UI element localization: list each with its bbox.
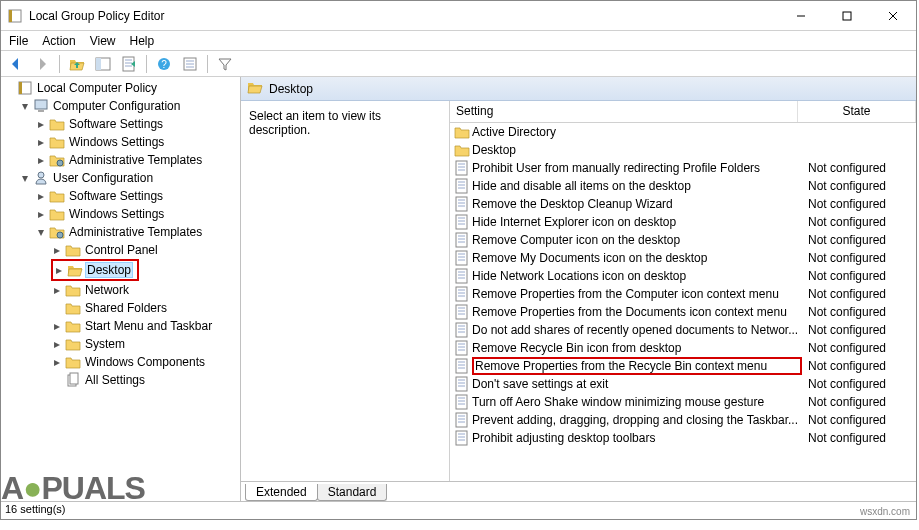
list-row[interactable]: Prevent adding, dragging, dropping and c… [450,411,916,429]
setting-state: Not configured [802,233,916,247]
tree-label: System [83,337,127,351]
tree-start-menu[interactable]: ▸Start Menu and Taskbar [51,317,240,335]
menu-file[interactable]: File [9,34,28,48]
toolbar: ? [1,51,916,77]
setting-state: Not configured [802,251,916,265]
tree-uc-windows[interactable]: ▸Windows Settings [35,205,240,223]
tree-shared-folders[interactable]: Shared Folders [51,299,240,317]
back-button[interactable] [5,54,27,74]
expand-icon[interactable]: ▸ [51,283,63,297]
column-setting[interactable]: Setting [450,101,798,122]
tree-pane[interactable]: Local Computer Policy ▾ Computer Configu… [1,77,241,501]
list-row[interactable]: Prohibit adjusting desktop toolbarsNot c… [450,429,916,447]
maximize-button[interactable] [824,1,870,31]
list-row[interactable]: Hide and disable all items on the deskto… [450,177,916,195]
expand-icon[interactable]: ▸ [51,319,63,333]
expand-icon[interactable]: ▸ [35,135,47,149]
folder-icon [65,354,81,370]
list-row[interactable]: Remove Properties from the Recycle Bin c… [450,357,916,375]
expand-icon[interactable]: ▸ [53,263,65,277]
tree-label: Windows Settings [67,135,166,149]
up-folder-button[interactable] [66,54,88,74]
folder-icon [49,188,65,204]
list-row[interactable]: Turn off Aero Shake window minimizing mo… [450,393,916,411]
properties-button[interactable] [179,54,201,74]
tree-network[interactable]: ▸Network [51,281,240,299]
toolbar-separator [59,55,60,73]
list-row[interactable]: Remove Properties from the Documents ico… [450,303,916,321]
expand-icon[interactable]: ▸ [51,243,63,257]
user-icon [33,170,49,186]
tab-extended[interactable]: Extended [245,484,318,501]
list-row[interactable]: Remove Recycle Bin icon from desktopNot … [450,339,916,357]
toolbar-separator [207,55,208,73]
menu-action[interactable]: Action [42,34,75,48]
list-row[interactable]: Remove Properties from the Computer icon… [450,285,916,303]
tree-desktop[interactable]: ▸Desktop [53,261,137,279]
close-button[interactable] [870,1,916,31]
forward-button[interactable] [31,54,53,74]
expand-icon[interactable]: ▸ [35,189,47,203]
setting-state: Not configured [802,431,916,445]
status-bar: 16 setting(s) [1,501,916,519]
setting-name: Prohibit User from manually redirecting … [472,161,802,175]
list-row[interactable]: Prohibit User from manually redirecting … [450,159,916,177]
expand-icon[interactable]: ▸ [51,337,63,351]
list-row[interactable]: Do not add shares of recently opened doc… [450,321,916,339]
list-row[interactable]: Hide Internet Explorer icon on desktopNo… [450,213,916,231]
tree-label: Local Computer Policy [35,81,159,95]
tree-computer-config[interactable]: ▾ Computer Configuration [19,97,240,115]
tree-control-panel[interactable]: ▸Control Panel [51,241,240,259]
policy-icon [454,286,470,302]
setting-name: Remove Properties from the Computer icon… [472,287,802,301]
tree-all-settings[interactable]: All Settings [51,371,240,389]
list-row[interactable]: Remove My Documents icon on the desktopN… [450,249,916,267]
setting-name: Do not add shares of recently opened doc… [472,323,802,337]
tree-uc-software[interactable]: ▸Software Settings [35,187,240,205]
tree-cc-windows[interactable]: ▸Windows Settings [35,133,240,151]
setting-name: Hide Network Locations icon on desktop [472,269,802,283]
path-bar: Desktop [241,77,916,101]
tree-cc-software[interactable]: ▸Software Settings [35,115,240,133]
tree-windows-components[interactable]: ▸Windows Components [51,353,240,371]
expand-icon[interactable]: ▸ [35,117,47,131]
tree-root[interactable]: Local Computer Policy [3,79,240,97]
folder-icon [65,318,81,334]
setting-state: Not configured [802,215,916,229]
folder-icon [49,116,65,132]
export-button[interactable] [118,54,140,74]
tree-cc-admin[interactable]: ▸Administrative Templates [35,151,240,169]
app-icon [7,8,23,24]
tree-user-config[interactable]: ▾ User Configuration [19,169,240,187]
setting-name: Remove the Desktop Cleanup Wizard [472,197,802,211]
list-row[interactable]: Remove the Desktop Cleanup WizardNot con… [450,195,916,213]
toolbar-separator [146,55,147,73]
menu-view[interactable]: View [90,34,116,48]
collapse-icon[interactable]: ▾ [19,171,31,185]
list-row[interactable]: Hide Network Locations icon on desktopNo… [450,267,916,285]
minimize-button[interactable] [778,1,824,31]
list-row[interactable]: Active Directory [450,123,916,141]
policy-icon [454,268,470,284]
setting-name: Remove Properties from the Documents ico… [472,305,802,319]
show-tree-button[interactable] [92,54,114,74]
list-body[interactable]: Active DirectoryDesktopProhibit User fro… [450,123,916,481]
list-header: Setting State [450,101,916,123]
list-row[interactable]: Don't save settings at exitNot configure… [450,375,916,393]
tab-standard[interactable]: Standard [317,484,388,501]
collapse-icon[interactable]: ▾ [35,225,47,239]
menu-help[interactable]: Help [130,34,155,48]
tree-uc-admin[interactable]: ▾Administrative Templates [35,223,240,241]
setting-state: Not configured [802,305,916,319]
help-button[interactable]: ? [153,54,175,74]
expand-icon[interactable]: ▸ [35,153,47,167]
column-state[interactable]: State [798,101,916,122]
expand-icon[interactable]: ▸ [35,207,47,221]
list-row[interactable]: Remove Computer icon on the desktopNot c… [450,231,916,249]
policy-icon [454,196,470,212]
collapse-icon[interactable]: ▾ [19,99,31,113]
tree-system[interactable]: ▸System [51,335,240,353]
expand-icon[interactable]: ▸ [51,355,63,369]
list-row[interactable]: Desktop [450,141,916,159]
filter-button[interactable] [214,54,236,74]
